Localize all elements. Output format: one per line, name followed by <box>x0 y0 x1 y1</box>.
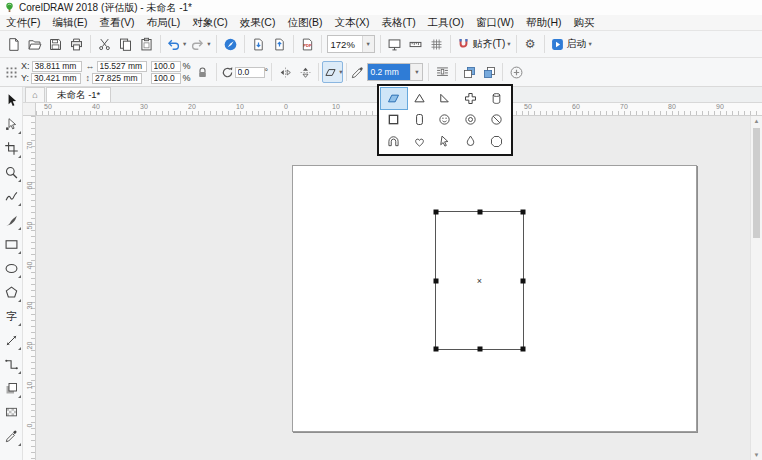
scale-y-field[interactable] <box>151 73 181 84</box>
rotation-field[interactable] <box>235 67 265 78</box>
ellipse-tool[interactable] <box>1 256 22 280</box>
wrap-text-button[interactable] <box>432 61 452 83</box>
menu-item[interactable]: 购买 <box>568 16 601 30</box>
scrollbar-thumb[interactable] <box>753 128 760 238</box>
shape-parallelogram[interactable] <box>381 88 407 109</box>
shape-frame[interactable] <box>381 109 407 130</box>
object-height-field[interactable] <box>92 73 142 84</box>
ruler-origin[interactable] <box>23 103 36 116</box>
outline-width-field[interactable] <box>368 64 410 80</box>
zoom-dropdown-button[interactable]: ▾ <box>362 36 374 52</box>
shape-triangle[interactable] <box>407 88 433 109</box>
chevron-down-icon[interactable]: ▾ <box>207 41 210 48</box>
export-button[interactable] <box>269 33 290 55</box>
outline-width-dropdown-button[interactable]: ▾ <box>410 64 422 80</box>
shape-teardrop[interactable] <box>458 131 484 152</box>
selection-handle[interactable] <box>521 278 526 283</box>
shape-rounded-rectangle[interactable] <box>407 109 433 130</box>
crop-tool[interactable] <box>1 136 22 160</box>
connector-tool[interactable] <box>1 352 22 376</box>
shape-smiley[interactable] <box>432 109 458 130</box>
quick-customize-button[interactable] <box>506 61 526 83</box>
selection-handle[interactable] <box>477 347 482 352</box>
text-tool[interactable]: 字 <box>1 304 22 328</box>
transparency-tool[interactable] <box>1 400 22 424</box>
rectangle-tool[interactable] <box>1 232 22 256</box>
launch-button[interactable]: 启动 ▾ <box>548 33 594 55</box>
pick-tool[interactable] <box>1 88 22 112</box>
menu-item[interactable]: 窗口(W) <box>470 16 520 30</box>
selection-handle[interactable] <box>434 210 439 215</box>
shape-right-triangle[interactable] <box>432 88 458 109</box>
shape-cylinder[interactable] <box>483 88 509 109</box>
cut-button[interactable] <box>94 33 115 55</box>
menu-item[interactable]: 对象(C) <box>186 16 234 30</box>
mirror-vertical-button[interactable] <box>295 61 315 83</box>
scroll-down-icon[interactable]: ▼ <box>754 452 760 458</box>
menu-item[interactable]: 工具(O) <box>422 16 470 30</box>
shape-heart[interactable] <box>407 131 433 152</box>
x-position-field[interactable] <box>32 61 82 72</box>
selection-handle[interactable] <box>434 347 439 352</box>
show-grid-button[interactable] <box>426 33 447 55</box>
drop-shadow-tool[interactable] <box>1 376 22 400</box>
menu-item[interactable]: 位图(B) <box>281 16 328 30</box>
shape-arch[interactable] <box>381 131 407 152</box>
app-launcher-button[interactable] <box>220 33 241 55</box>
menu-item[interactable]: 编辑(E) <box>46 16 93 30</box>
new-document-button[interactable] <box>3 33 24 55</box>
zoom-tool[interactable] <box>1 160 22 184</box>
lock-ratio-button[interactable] <box>193 61 213 83</box>
parallel-dimension-tool[interactable] <box>1 328 22 352</box>
to-front-button[interactable] <box>459 61 479 83</box>
undo-button[interactable]: ▾ <box>164 33 188 55</box>
menu-item[interactable]: 文本(X) <box>328 16 375 30</box>
selection-handle[interactable] <box>521 347 526 352</box>
y-position-field[interactable] <box>31 73 81 84</box>
shape-prohibition[interactable] <box>483 109 509 130</box>
import-button[interactable] <box>248 33 269 55</box>
shape-tool[interactable] <box>1 112 22 136</box>
polygon-tool[interactable] <box>1 280 22 304</box>
menu-item[interactable]: 效果(C) <box>234 16 282 30</box>
selection-handle[interactable] <box>434 278 439 283</box>
color-eyedropper-tool[interactable] <box>1 424 22 448</box>
menu-item[interactable]: 帮助(H) <box>520 16 568 30</box>
object-width-field[interactable] <box>97 61 147 72</box>
snap-to-button[interactable]: 贴齐(T) ▾ <box>454 33 513 55</box>
redo-button[interactable]: ▾ <box>188 33 212 55</box>
outline-width-combo[interactable]: ▾ <box>367 63 423 81</box>
welcome-tab[interactable]: ⌂ <box>25 87 45 102</box>
shape-arrow-pointer[interactable] <box>432 131 458 152</box>
freehand-tool[interactable] <box>1 184 22 208</box>
canvas[interactable]: × <box>36 116 750 460</box>
selection-handle[interactable] <box>477 210 482 215</box>
open-button[interactable] <box>24 33 45 55</box>
chevron-down-icon[interactable]: ▾ <box>183 41 186 48</box>
selection[interactable]: × <box>435 211 524 350</box>
paste-button[interactable] <box>136 33 157 55</box>
menu-item[interactable]: 文件(F) <box>0 16 46 30</box>
zoom-level-combo[interactable]: 172% ▾ <box>327 35 375 53</box>
shape-ring[interactable] <box>458 109 484 130</box>
show-rulers-button[interactable] <box>405 33 426 55</box>
menu-item[interactable]: 表格(T) <box>375 16 421 30</box>
save-button[interactable] <box>45 33 66 55</box>
publish-pdf-button[interactable]: PDF <box>297 33 318 55</box>
menu-item[interactable]: 布局(L) <box>140 16 186 30</box>
to-back-button[interactable] <box>479 61 499 83</box>
fullscreen-preview-button[interactable] <box>384 33 405 55</box>
mirror-horizontal-button[interactable] <box>275 61 295 83</box>
vertical-scrollbar[interactable]: ▲ ▼ <box>750 116 762 460</box>
shape-cross[interactable] <box>458 88 484 109</box>
perfect-shape-picker-button[interactable]: ▾ <box>322 61 343 83</box>
shape-octagon[interactable] <box>483 131 509 152</box>
selection-handle[interactable] <box>521 210 526 215</box>
menu-item[interactable]: 查看(V) <box>93 16 140 30</box>
document-tab[interactable]: 未命名 -1* <box>46 87 111 102</box>
options-button[interactable]: ⚙ <box>520 33 541 55</box>
scroll-up-icon[interactable]: ▲ <box>754 118 760 124</box>
artistic-media-tool[interactable] <box>1 208 22 232</box>
scale-x-field[interactable] <box>151 61 181 72</box>
print-button[interactable] <box>66 33 87 55</box>
